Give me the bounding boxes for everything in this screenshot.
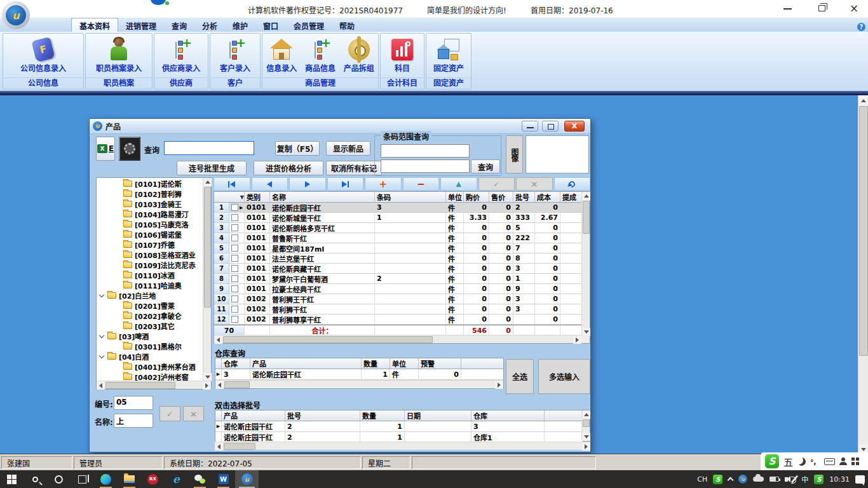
table-row[interactable]: 9▶ 0101 拉豪士经典干红 件 0 0 9 0 <box>214 284 582 294</box>
start-button[interactable] <box>0 470 24 488</box>
menu-item[interactable]: 查询 <box>164 18 194 32</box>
ime-mode-toggle[interactable]: 五 <box>783 455 793 468</box>
tree-node[interactable]: [0203]其它 <box>97 321 203 331</box>
serial-batch-button[interactable]: 连号批里生成 <box>177 161 247 175</box>
window-minimize-icon[interactable] <box>783 8 792 10</box>
table-vertical-scrollbar[interactable] <box>581 192 590 336</box>
warehouse-horizontal-scrollbar[interactable] <box>215 380 503 388</box>
tree-node[interactable]: [0101]诺伦斯 <box>97 179 203 189</box>
settings-button[interactable] <box>119 137 140 161</box>
dialog-titlebar[interactable]: u 产品 <box>90 119 590 134</box>
toolbar-item-customer-entry[interactable]: + 客户录入 <box>210 35 260 73</box>
nav-last-button[interactable] <box>327 177 364 191</box>
row-checkbox[interactable] <box>231 316 238 323</box>
tray-app-icon[interactable]: u <box>738 475 747 484</box>
toolbar-item-subject[interactable]: 科目 <box>381 35 424 73</box>
export-excel-button[interactable]: X E <box>96 137 115 161</box>
volume-icon[interactable] <box>785 477 788 482</box>
toolbar-item-info-entry[interactable]: 信息录入 <box>262 35 301 73</box>
ime-language-indicator[interactable]: CH <box>697 475 707 484</box>
dialog-minimize-icon[interactable] <box>522 121 538 132</box>
clock[interactable]: 10:31 <box>829 475 850 484</box>
ime-chinese-indicator[interactable]: 中 <box>801 474 808 484</box>
tree-node[interactable]: [0201]雪莱 <box>97 301 203 311</box>
sogou-tray-icon2[interactable]: S <box>814 475 824 484</box>
tree-vertical-scrollbar[interactable] <box>203 178 211 381</box>
row-checkbox[interactable] <box>231 204 238 211</box>
taskbar-erp-app-button[interactable]: u <box>235 470 259 488</box>
scrollbar-thumb[interactable] <box>859 106 868 356</box>
search-input[interactable] <box>164 141 254 155</box>
nav-next-button[interactable] <box>289 177 326 191</box>
tree-node[interactable]: [0104]路易漫汀 <box>97 209 203 219</box>
category-tree[interactable]: [0101]诺伦斯 [0102]普利狮 [0103]金骑王 <box>97 178 203 381</box>
select-all-button[interactable]: 全选 <box>506 359 534 394</box>
taskbar-edge-button[interactable] <box>94 470 118 488</box>
barcode-from-input[interactable] <box>381 144 470 158</box>
punctuation-toggle[interactable]: °， <box>810 456 820 466</box>
toolbar-item-supplier-entry[interactable]: + 供应商录入 <box>154 35 208 73</box>
toolbar-item-company-entry[interactable]: F 公司信息录入 <box>3 35 83 73</box>
dialog-restore-icon[interactable] <box>542 121 559 132</box>
barcode-to-input[interactable] <box>381 159 470 173</box>
tree-node[interactable]: [02]白兰地 <box>97 290 203 301</box>
tree-horizontal-scrollbar[interactable] <box>97 381 211 389</box>
menu-item[interactable]: 进销管理 <box>118 18 164 32</box>
confirm-button[interactable]: ✓ <box>159 406 180 421</box>
toolbar-item-staff-entry[interactable]: 职员档案录入 <box>86 35 152 73</box>
show-new-button[interactable]: 显示新品 <box>326 141 370 156</box>
table-row[interactable]: 11▶ 0102 普利狮干红 件 0 0 3 0 <box>214 304 582 315</box>
moon-icon[interactable] <box>797 458 806 466</box>
nav-refresh-button[interactable] <box>554 177 591 191</box>
tree-node[interactable]: [0105]马康克洛 <box>97 219 203 229</box>
cancel-button[interactable]: × <box>183 406 204 421</box>
row-checkbox[interactable] <box>231 234 238 241</box>
table-row[interactable]: 3▶ 0101 诺伦斯朗格多克干红 件 0 0 5 0 <box>214 223 582 233</box>
row-checkbox[interactable] <box>231 306 238 313</box>
menu-item[interactable]: 会员管理 <box>286 18 332 32</box>
nav-prev-button[interactable] <box>252 177 288 191</box>
nav-add-button[interactable]: + <box>365 177 402 191</box>
table-row[interactable]: 10▶ 0102 普利狮王干红 件 0 0 3 0 <box>214 294 582 304</box>
tree-node[interactable]: [0102]普利狮 <box>97 189 203 199</box>
ime-toolbox-icon[interactable] <box>851 458 859 465</box>
dialog-close-icon[interactable]: X <box>564 121 585 132</box>
toolbar-item-fixed-assets[interactable]: 固定资产 <box>426 35 471 73</box>
table-row[interactable]: 6▶ 0101 法兰克堡干红 件 0 0 8 0 <box>214 254 582 264</box>
sogou-tray-icon[interactable]: S <box>713 475 722 484</box>
soft-keyboard-icon[interactable] <box>824 458 835 465</box>
expand-arrow-icon[interactable] <box>99 332 104 337</box>
nav-first-button[interactable] <box>214 177 250 191</box>
row-checkbox[interactable] <box>231 275 238 282</box>
row-checkbox[interactable] <box>231 245 238 252</box>
toolbar-item-product-split[interactable]: 产品拆组 <box>339 35 378 73</box>
onedrive-icon[interactable] <box>753 477 764 482</box>
row-checkbox[interactable] <box>231 214 238 221</box>
menu-item[interactable]: 窗口 <box>255 18 286 32</box>
taskbar-ie-button[interactable]: e <box>165 470 188 488</box>
table-row[interactable]: 12▶ 0102 普利狮尊享干红 件 0 0 0 <box>214 315 582 325</box>
name-input[interactable]: 上 <box>114 414 153 428</box>
filter-dropdown-icon[interactable]: ▼ <box>240 194 244 200</box>
menu-item[interactable]: 帮助 <box>332 18 362 32</box>
menu-item[interactable]: 分析 <box>194 18 225 32</box>
action-center-icon[interactable] <box>855 475 865 484</box>
batch-row[interactable]: ▶ 诺伦斯庄园干红 2 1 3 <box>215 421 583 432</box>
batch-vertical-scrollbar[interactable] <box>581 410 590 441</box>
copy-button[interactable]: 复制（F5） <box>275 141 320 156</box>
row-checkbox[interactable] <box>231 285 238 292</box>
tree-node[interactable]: [0107]乔德 <box>97 240 203 250</box>
tree-node[interactable]: [0301]黑格尔 <box>97 341 203 351</box>
nav-delete-button[interactable]: − <box>403 177 440 191</box>
help-icon[interactable]: ? <box>857 23 865 31</box>
cortana-button[interactable] <box>47 470 71 488</box>
table-row[interactable]: 1▶ 0101 诺伦斯庄园干红 3 件 0 0 2 0 <box>214 203 582 213</box>
tree-node[interactable]: [0202]拿破仑 <box>97 311 203 321</box>
ime-account-icon[interactable] <box>839 458 847 465</box>
image-button[interactable]: 图像 <box>506 135 523 173</box>
cancel-marks-button[interactable]: 取消所有标记 <box>326 161 382 175</box>
tree-node[interactable]: [03]啤酒 <box>97 331 203 341</box>
tree-node[interactable]: [0111]哈迪奥 <box>97 280 203 290</box>
expand-arrow-icon[interactable] <box>99 292 104 297</box>
row-checkbox[interactable] <box>231 265 238 272</box>
